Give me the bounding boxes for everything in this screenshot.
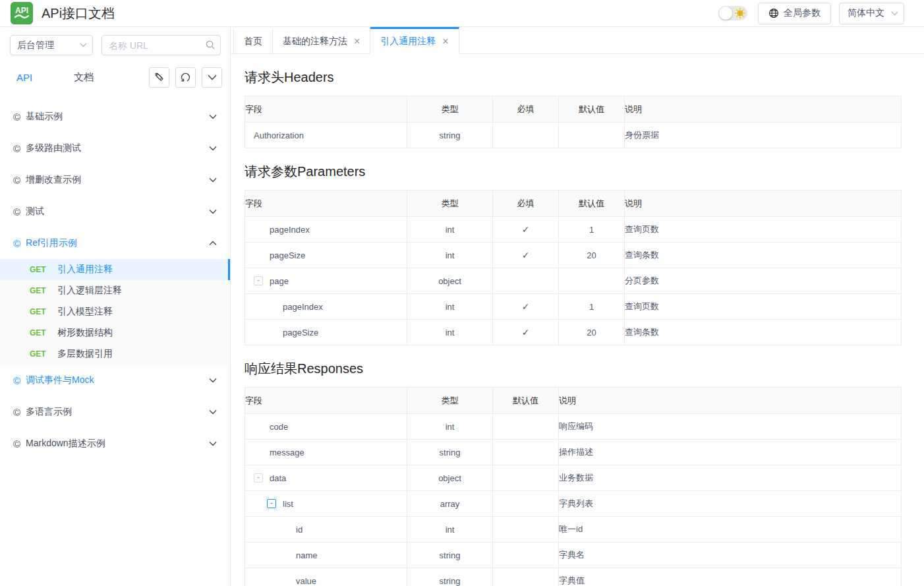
column-header: 说明 (559, 388, 902, 414)
api-item-label: 引入模型注释 (57, 306, 113, 318)
chevron-down-icon (891, 11, 898, 16)
method-badge: GET (30, 328, 57, 337)
close-icon[interactable]: × (442, 36, 448, 47)
app-logo-icon[interactable]: API (11, 2, 33, 24)
language-select[interactable]: 简体中文 (839, 3, 904, 24)
check-icon: ✓ (522, 250, 530, 260)
api-item-4-2[interactable]: GET引入模型注释 (0, 301, 230, 322)
field-desc: 查询条数 (625, 320, 902, 345)
close-icon[interactable]: × (354, 36, 360, 47)
table-header-row: 字段类型默认值说明 (245, 388, 902, 414)
field-name: pageIndex (283, 302, 323, 312)
sidebar-group-5[interactable]: ©调试事件与Mock (0, 365, 230, 396)
sun-icon (735, 8, 745, 18)
check-icon: ✓ (522, 301, 530, 312)
sidebar-group-7[interactable]: ©Markdown描述示例 (0, 428, 230, 459)
field-desc: 操作描述 (559, 440, 902, 465)
field-type: object (407, 268, 493, 294)
sidebar-group-6[interactable]: ©多语言示例 (0, 396, 230, 428)
group-label: 基础示例 (26, 111, 63, 123)
collapse-toggle[interactable]: - (254, 473, 263, 483)
field-type: object (407, 465, 493, 491)
table-row: -dataobject业务数据 (245, 465, 902, 491)
theme-toggle[interactable] (718, 6, 747, 20)
table-row: Authorizationstring身份票据 (245, 123, 902, 148)
table-row: pageIndexint✓1查询页数 (245, 294, 902, 320)
doc-tab-0[interactable]: 首页 (233, 27, 273, 53)
sidebar-group-0[interactable]: ©基础示例 (0, 101, 230, 132)
sidebar-group-2[interactable]: ©增删改查示例 (0, 164, 230, 196)
table-row: messagestring操作描述 (245, 440, 902, 465)
field-desc: 业务数据 (559, 465, 902, 491)
doc-tab-2[interactable]: 引入通用注释× (370, 27, 459, 54)
table-row: codeint响应编码 (245, 414, 902, 440)
field-name: value (296, 576, 316, 586)
field-type: string (407, 568, 493, 586)
chevron-up-icon (209, 241, 217, 246)
tags-button[interactable] (149, 67, 169, 88)
table-row: idint唯一id (245, 517, 902, 542)
field-type: string (407, 440, 493, 465)
group-label: 多级路由测试 (26, 142, 81, 154)
tab-docs[interactable]: 文档 (74, 71, 94, 84)
field-desc: 查询页数 (625, 294, 902, 320)
column-header: 说明 (625, 190, 902, 217)
collapse-all-button[interactable] (202, 67, 222, 88)
controller-icon: © (13, 144, 20, 154)
field-default (559, 123, 625, 148)
field-desc: 查询页数 (625, 217, 902, 243)
section-title-1: 请求参数Parameters (245, 163, 902, 181)
field-default (493, 465, 559, 491)
group-label: 调试事件与Mock (26, 374, 94, 386)
global-params-label: 全局参数 (784, 7, 821, 19)
field-desc: 字典列表 (559, 491, 902, 517)
method-badge: GET (30, 349, 57, 359)
chevron-down-icon (209, 441, 217, 446)
tab-api[interactable]: API (16, 72, 32, 83)
table-row: -listarray字典列表 (245, 491, 902, 517)
table-header-row: 字段类型必填默认值说明 (245, 190, 902, 217)
doc-tabs: 首页基础的注释方法×引入通用注释× (231, 27, 924, 54)
field-desc: 唯一id (559, 517, 902, 542)
field-type: int (407, 243, 493, 268)
controller-icon: © (13, 207, 20, 217)
refresh-button[interactable] (175, 67, 196, 88)
api-item-label: 引入通用注释 (57, 264, 113, 276)
method-badge: GET (30, 307, 57, 316)
api-item-4-4[interactable]: GET多层数据引用 (0, 343, 230, 365)
collapse-toggle[interactable]: - (254, 276, 263, 285)
collapse-toggle[interactable]: - (267, 499, 276, 508)
column-header: 默认值 (559, 190, 625, 217)
sidebar-tools (149, 67, 222, 88)
doc-tab-1[interactable]: 基础的注释方法× (273, 27, 370, 53)
field-default (559, 268, 625, 294)
chevron-down-icon (209, 378, 217, 383)
sidebar-group-1[interactable]: ©多级路由测试 (0, 132, 230, 164)
global-params-button[interactable]: 全局参数 (758, 3, 831, 24)
column-header: 必填 (493, 96, 559, 123)
search-input[interactable] (101, 35, 221, 55)
field-default (493, 440, 559, 465)
column-header: 默认值 (559, 96, 625, 123)
field-desc: 字典名 (559, 542, 902, 568)
api-item-4-0[interactable]: GET引入通用注释 (0, 259, 230, 280)
controller-icon: © (13, 239, 20, 249)
globe-icon (768, 8, 779, 18)
field-default (493, 517, 559, 542)
api-item-4-1[interactable]: GET引入逻辑层注释 (0, 280, 230, 301)
api-item-4-3[interactable]: GET树形数据结构 (0, 322, 230, 343)
field-name: id (296, 525, 303, 535)
project-select[interactable]: 后台管理 (10, 35, 93, 55)
sidebar-group-4[interactable]: ©Ref引用示例 (0, 227, 230, 259)
field-default (493, 542, 559, 568)
doc-content: 请求头Headers字段类型必填默认值说明Authorizationstring… (231, 69, 924, 586)
sidebar-group-3[interactable]: ©测试 (0, 196, 230, 227)
app-header: API APi接口文档 全局参数 (0, 0, 924, 27)
field-default (493, 414, 559, 440)
api-item-label: 引入逻辑层注释 (57, 285, 122, 297)
group-label: Ref引用示例 (26, 237, 77, 249)
sidebar-controls: 后台管理 (0, 27, 230, 62)
section-title-0: 请求头Headers (245, 69, 902, 86)
doc-tab-label: 引入通用注释 (380, 36, 436, 47)
field-name: pageIndex (270, 225, 310, 235)
